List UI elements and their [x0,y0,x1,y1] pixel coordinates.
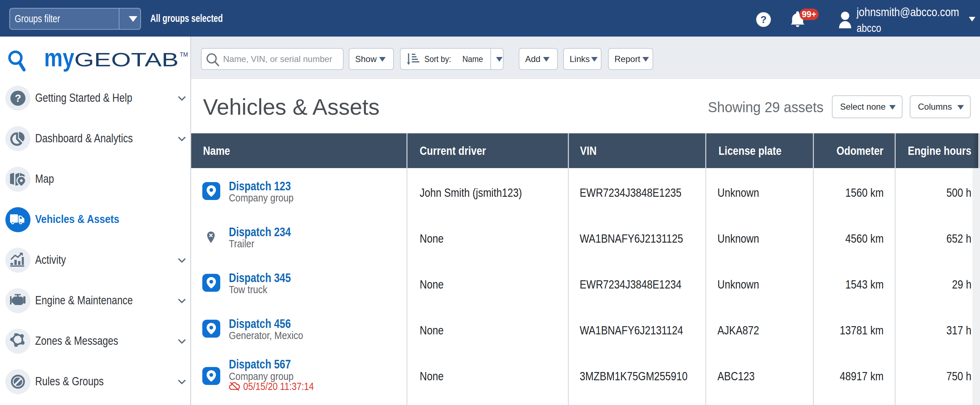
svg-text:my: my [44,44,74,71]
svg-text:GEOTAB: GEOTAB [74,49,179,70]
svg-text:?: ? [15,92,21,104]
svg-text:TM: TM [180,52,188,58]
